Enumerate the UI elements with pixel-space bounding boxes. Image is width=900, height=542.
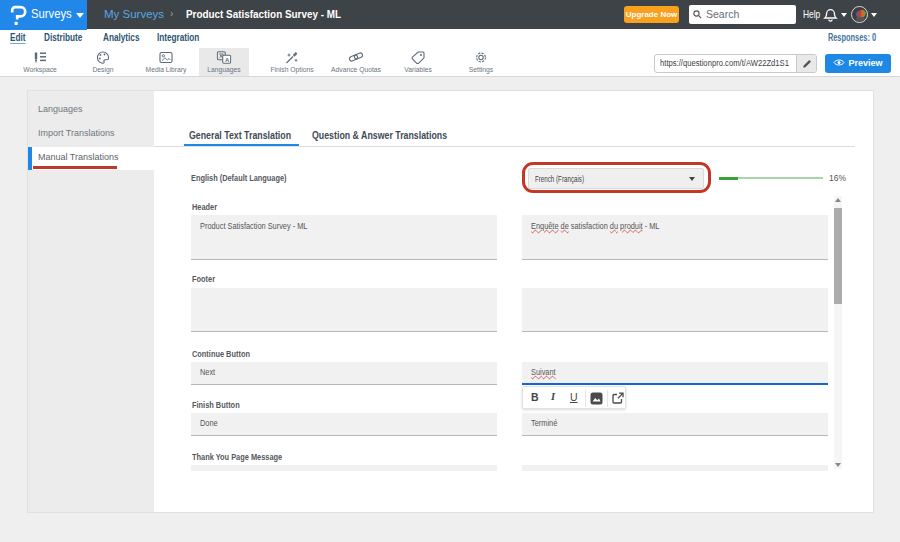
svg-text:A: A xyxy=(225,57,230,63)
